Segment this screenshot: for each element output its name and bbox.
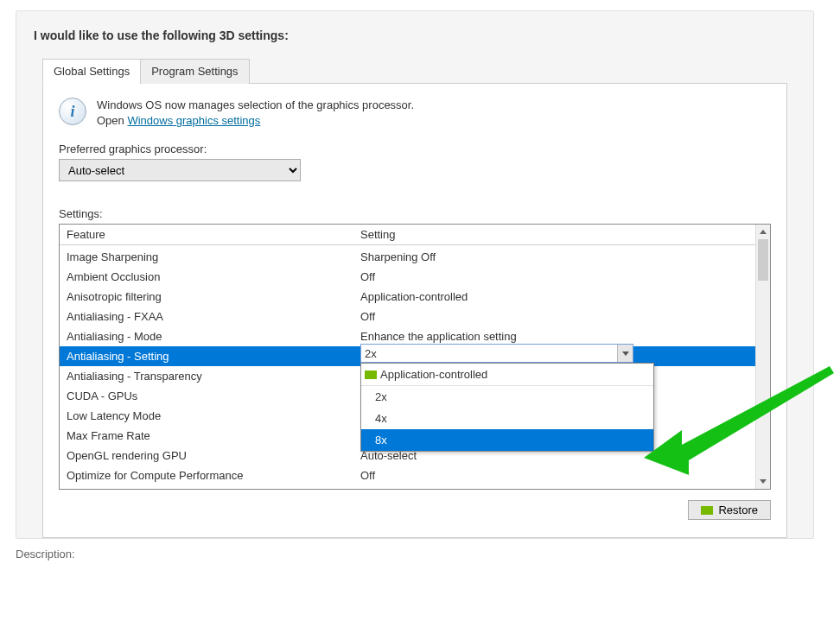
tab-program-settings[interactable]: Program Settings [140, 59, 249, 84]
settings-panel: I would like to use the following 3D set… [16, 10, 814, 539]
dropdown-option[interactable]: 2x [361, 386, 653, 408]
dropdown-option[interactable]: 4x [361, 408, 653, 429]
header-feature: Feature [67, 228, 360, 241]
feature-cell: Image Sharpening [67, 248, 360, 266]
setting-cell: Off [360, 466, 755, 484]
info-line2-prefix: Open [97, 114, 127, 127]
info-row: i Windows OS now manages selection of th… [59, 98, 771, 129]
table-row[interactable]: Anisotropic filteringApplication-control… [60, 287, 755, 307]
settings-listbox: Feature Setting Image SharpeningSharpeni… [59, 224, 771, 490]
setting-cell: Application-controlled [360, 288, 755, 306]
panel-heading: I would like to use the following 3D set… [16, 11, 813, 58]
feature-cell: Max Frame Rate [67, 427, 360, 445]
settings-label: Settings: [59, 207, 771, 220]
table-row[interactable]: Antialiasing - FXAAOff [60, 307, 755, 326]
nvidia-logo-icon [701, 506, 713, 515]
feature-cell: Anisotropic filtering [67, 288, 360, 306]
dropdown-option-label: Application-controlled [380, 365, 487, 383]
scroll-thumb[interactable] [758, 239, 768, 281]
table-row[interactable]: Optimize for Compute PerformanceOff [60, 466, 755, 485]
nvidia-logo-icon [365, 370, 377, 379]
description-label: Description: [16, 548, 840, 560]
setting-cell: Enhance the application setting [360, 327, 755, 345]
preferred-processor-select[interactable]: Auto-select [59, 159, 301, 181]
scroll-up-button[interactable] [756, 225, 770, 239]
info-text: Windows OS now manages selection of the … [97, 98, 414, 129]
dropdown-option[interactable]: Application-controlled [361, 364, 653, 386]
antialiasing-setting-combo-value: 2x [361, 347, 617, 360]
tab-bar: Global Settings Program Settings [42, 58, 787, 84]
preferred-processor-label: Preferred graphics processor: [59, 142, 771, 155]
restore-row: Restore [59, 500, 771, 520]
feature-cell: Power management mode [67, 486, 360, 489]
restore-button[interactable]: Restore [688, 500, 771, 520]
feature-cell: OpenGL rendering GPU [67, 446, 360, 465]
feature-cell: Low Latency Mode [67, 407, 360, 425]
setting-cell: Sharpening Off [360, 248, 755, 266]
setting-cell: Off [360, 307, 755, 326]
tab-global-settings[interactable]: Global Settings [42, 59, 141, 84]
feature-cell: Antialiasing - FXAA [67, 307, 360, 326]
header-setting: Setting [360, 228, 770, 241]
settings-header: Feature Setting [60, 225, 770, 245]
antialiasing-setting-dropdown: Application-controlled2x4x8x [360, 363, 654, 452]
settings-scrollbar[interactable] [755, 225, 770, 489]
feature-cell: Antialiasing - Mode [67, 327, 360, 345]
tab-container: Global Settings Program Settings i Windo… [42, 58, 787, 538]
feature-cell: CUDA - GPUs [67, 387, 360, 405]
feature-cell: Ambient Occlusion [67, 268, 360, 286]
setting-cell: Optimal power [360, 486, 755, 489]
windows-graphics-settings-link[interactable]: Windows graphics settings [127, 114, 260, 127]
info-icon: i [59, 98, 86, 125]
antialiasing-setting-combo-button[interactable] [617, 345, 633, 362]
feature-cell: Antialiasing - Setting [67, 347, 360, 365]
feature-cell: Optimize for Compute Performance [67, 466, 360, 484]
tab-body: i Windows OS now manages selection of th… [42, 84, 787, 538]
scroll-down-button[interactable] [756, 474, 770, 489]
info-line1: Windows OS now manages selection of the … [97, 98, 414, 111]
table-row[interactable]: Power management modeOptimal power [60, 485, 755, 489]
restore-button-label: Restore [718, 504, 758, 516]
setting-cell: Off [360, 268, 755, 286]
table-row[interactable]: Image SharpeningSharpening Off [60, 247, 755, 267]
table-row[interactable]: Ambient OcclusionOff [60, 267, 755, 287]
antialiasing-setting-combo[interactable]: 2x [360, 344, 633, 363]
feature-cell: Antialiasing - Transparency [67, 367, 360, 385]
dropdown-option[interactable]: 8x [361, 429, 653, 451]
